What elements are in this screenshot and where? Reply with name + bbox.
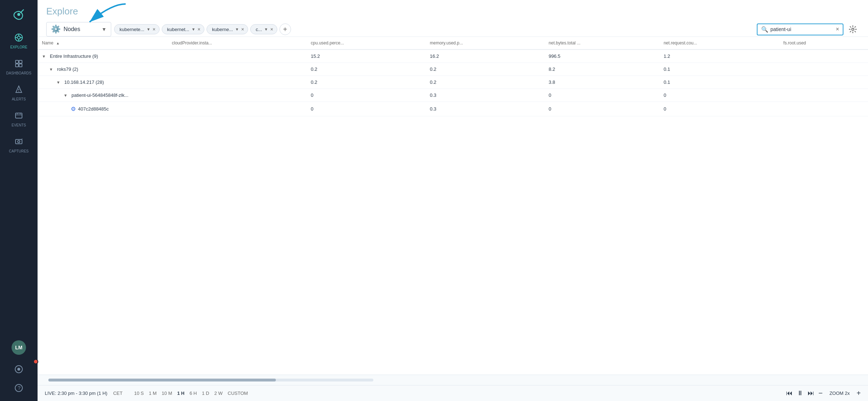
table-row: ▼ patient-ui-564845848f-zlk... 0 0.3 0 0: [38, 89, 868, 102]
skip-back-button[interactable]: ⏮: [786, 389, 793, 397]
cell-net-req: 0.1: [659, 63, 779, 76]
cell-name: ⚙ 407c2d88485c: [38, 102, 168, 116]
cell-net-bytes: 3.8: [544, 76, 659, 89]
time-option-10s[interactable]: 10 S: [134, 391, 144, 396]
time-option-custom[interactable]: CUSTOM: [228, 391, 248, 396]
table-body: ▼ Entire Infrastructure (9) 15.2 16.2 99…: [38, 49, 868, 116]
svg-point-18: [20, 113, 21, 114]
settings-button[interactable]: [846, 23, 859, 36]
sidebar-item-explore[interactable]: EXPLORE: [0, 28, 38, 54]
cell-cloud: [168, 76, 307, 89]
alerts-icon: [14, 85, 23, 95]
cell-cloud: [168, 89, 307, 102]
sidebar-item-alerts[interactable]: ALERTS: [0, 80, 38, 106]
filter-tab-1-label: kubernet...: [167, 27, 189, 32]
sidebar-item-help[interactable]: ?: [0, 379, 38, 397]
sidebar-item-avatar[interactable]: LM: [0, 335, 38, 360]
cell-name: ▼ roks79 (2): [38, 63, 168, 76]
svg-point-23: [17, 368, 20, 371]
k8s-icon: ⚙️: [51, 25, 61, 34]
chevron-down-icon: ▼: [101, 26, 107, 32]
cell-fs: [779, 49, 868, 63]
cell-fs: [779, 89, 868, 102]
cell-cpu: 0: [307, 102, 426, 116]
zoom-in-button[interactable]: +: [856, 389, 861, 397]
add-filter-button[interactable]: +: [279, 23, 291, 35]
sidebar-item-explore-label: EXPLORE: [10, 45, 27, 49]
main-content: Explore ⚙️ Nodes ▼: [38, 0, 868, 401]
cell-net-bytes: 0: [544, 89, 659, 102]
close-tab-2-button[interactable]: ×: [241, 26, 244, 32]
time-options: 10 S 1 M 10 M 1 H 6 H 1 D 2 W CUSTOM: [134, 391, 248, 396]
expand-button[interactable]: ▼: [49, 67, 55, 72]
chevron-icon-0: ▼: [147, 27, 151, 31]
expand-button[interactable]: ▼: [56, 80, 62, 85]
cell-net-req: 1.2: [659, 49, 779, 63]
col-cpu-used[interactable]: cpu.used.perce...: [307, 37, 426, 49]
col-fs-root[interactable]: fs.root.used: [779, 37, 868, 49]
col-net-request[interactable]: net.request.cou...: [659, 37, 779, 49]
cell-memory: 0.2: [425, 76, 544, 89]
sidebar-item-captures[interactable]: CAPTURES: [0, 132, 38, 158]
clear-search-button[interactable]: ×: [836, 26, 839, 33]
filter-tab-3[interactable]: c... ▼ ×: [250, 24, 277, 34]
cell-cpu: 15.2: [307, 49, 426, 63]
svg-point-1: [17, 13, 20, 16]
sidebar-item-events[interactable]: EVENTS: [0, 106, 38, 132]
svg-text:?: ?: [18, 385, 21, 391]
table-header: Name ▲ cloudProvider.insta... cpu.used.p…: [38, 37, 868, 49]
cell-net-bytes: 0: [544, 102, 659, 116]
table-row: ▼ 10.168.14.217 (28) 0.2 0.2 3.8 0.1: [38, 76, 868, 89]
filter-tabs: kubernete... ▼ × kubernet... ▼ × kuberne…: [114, 23, 754, 35]
cell-net-req: 0: [659, 102, 779, 116]
row-label: 407c2d88485c: [78, 106, 109, 112]
time-option-1d[interactable]: 1 D: [202, 391, 209, 396]
nodes-selector[interactable]: ⚙️ Nodes ▼: [46, 22, 111, 36]
sidebar-item-notifications[interactable]: [0, 360, 38, 379]
sort-icon: ▲: [56, 41, 60, 45]
table-row: ▼ roks79 (2) 0.2 0.2 8.2 0.1: [38, 63, 868, 76]
time-option-2w[interactable]: 2 W: [214, 391, 222, 396]
zoom-label: ZOOM 2x: [827, 391, 852, 396]
expand-button[interactable]: ▼: [64, 93, 69, 98]
svg-rect-11: [16, 64, 18, 67]
expand-button[interactable]: ▼: [42, 54, 48, 59]
time-option-10m[interactable]: 10 M: [162, 391, 172, 396]
live-time-label: LIVE: 2:30 pm - 3:30 pm (1 H): [45, 391, 107, 396]
filter-tab-0[interactable]: kubernete... ▼ ×: [114, 24, 160, 34]
row-label: patient-ui-564845848f-zlk...: [71, 92, 129, 98]
playback-controls: ⏮ ⏸ ⏭ − ZOOM 2x +: [786, 389, 861, 397]
col-name[interactable]: Name ▲: [38, 37, 168, 49]
zoom-out-button[interactable]: −: [819, 389, 823, 397]
pause-button[interactable]: ⏸: [797, 389, 803, 397]
chevron-icon-1: ▼: [191, 27, 195, 31]
time-option-1h[interactable]: 1 H: [177, 391, 185, 396]
col-memory-used[interactable]: memory.used.p...: [425, 37, 544, 49]
svg-point-14: [18, 91, 19, 92]
cell-cpu: 0.2: [307, 63, 426, 76]
close-tab-0-button[interactable]: ×: [153, 26, 156, 32]
close-tab-1-button[interactable]: ×: [198, 26, 200, 32]
timezone-label: CET: [113, 391, 122, 396]
bottom-bar: [38, 375, 868, 385]
header: Explore ⚙️ Nodes ▼: [38, 0, 868, 37]
table-row: ⚙ 407c2d88485c 0 0.3 0 0: [38, 102, 868, 116]
dashboards-icon: [14, 59, 23, 69]
skip-forward-button[interactable]: ⏭: [808, 389, 814, 397]
time-option-6h[interactable]: 6 H: [190, 391, 197, 396]
col-cloud-provider[interactable]: cloudProvider.insta...: [168, 37, 307, 49]
nodes-label: Nodes: [64, 26, 80, 33]
cell-cloud: [168, 63, 307, 76]
svg-point-20: [18, 141, 20, 143]
col-net-bytes[interactable]: net.bytes.total ...: [544, 37, 659, 49]
sidebar: EXPLORE DASHBOARDS ALERTS: [0, 0, 38, 401]
sidebar-item-dashboards[interactable]: DASHBOARDS: [0, 54, 38, 80]
filter-tab-2[interactable]: kuberne... ▼ ×: [207, 24, 248, 34]
cell-cpu: 0.2: [307, 76, 426, 89]
search-input[interactable]: [771, 26, 834, 32]
filter-tab-1[interactable]: kubernet... ▼ ×: [162, 24, 205, 34]
close-tab-3-button[interactable]: ×: [270, 26, 273, 32]
time-option-1m[interactable]: 1 M: [149, 391, 157, 396]
events-icon: [14, 111, 23, 121]
scroll-track[interactable]: [48, 379, 373, 381]
